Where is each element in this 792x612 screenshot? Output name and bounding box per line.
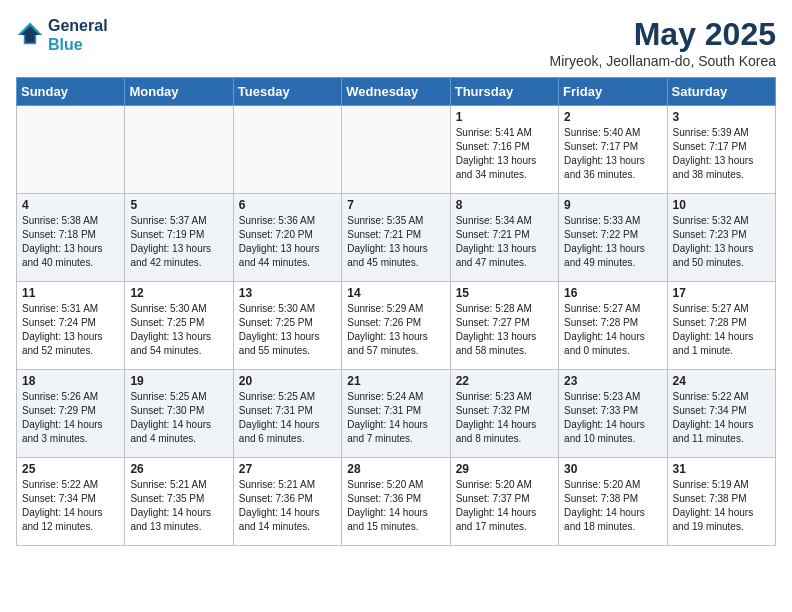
svg-marker-1 — [21, 26, 40, 43]
day-info: Sunrise: 5:32 AM Sunset: 7:23 PM Dayligh… — [673, 214, 770, 270]
header-saturday: Saturday — [667, 78, 775, 106]
day-number: 6 — [239, 198, 336, 212]
day-number: 31 — [673, 462, 770, 476]
day-info: Sunrise: 5:25 AM Sunset: 7:30 PM Dayligh… — [130, 390, 227, 446]
day-number: 9 — [564, 198, 661, 212]
day-number: 17 — [673, 286, 770, 300]
day-cell: 12Sunrise: 5:30 AM Sunset: 7:25 PM Dayli… — [125, 282, 233, 370]
day-number: 25 — [22, 462, 119, 476]
day-info: Sunrise: 5:20 AM Sunset: 7:37 PM Dayligh… — [456, 478, 553, 534]
header-friday: Friday — [559, 78, 667, 106]
day-number: 14 — [347, 286, 444, 300]
day-number: 7 — [347, 198, 444, 212]
day-info: Sunrise: 5:22 AM Sunset: 7:34 PM Dayligh… — [22, 478, 119, 534]
day-info: Sunrise: 5:33 AM Sunset: 7:22 PM Dayligh… — [564, 214, 661, 270]
day-cell: 8Sunrise: 5:34 AM Sunset: 7:21 PM Daylig… — [450, 194, 558, 282]
day-number: 13 — [239, 286, 336, 300]
day-number: 19 — [130, 374, 227, 388]
day-info: Sunrise: 5:35 AM Sunset: 7:21 PM Dayligh… — [347, 214, 444, 270]
day-number: 10 — [673, 198, 770, 212]
day-cell: 6Sunrise: 5:36 AM Sunset: 7:20 PM Daylig… — [233, 194, 341, 282]
day-cell: 25Sunrise: 5:22 AM Sunset: 7:34 PM Dayli… — [17, 458, 125, 546]
month-title: May 2025 — [550, 16, 776, 53]
day-info: Sunrise: 5:28 AM Sunset: 7:27 PM Dayligh… — [456, 302, 553, 358]
day-number: 20 — [239, 374, 336, 388]
day-info: Sunrise: 5:22 AM Sunset: 7:34 PM Dayligh… — [673, 390, 770, 446]
day-info: Sunrise: 5:21 AM Sunset: 7:36 PM Dayligh… — [239, 478, 336, 534]
day-number: 4 — [22, 198, 119, 212]
day-number: 30 — [564, 462, 661, 476]
header-wednesday: Wednesday — [342, 78, 450, 106]
day-cell — [125, 106, 233, 194]
day-cell: 15Sunrise: 5:28 AM Sunset: 7:27 PM Dayli… — [450, 282, 558, 370]
day-number: 26 — [130, 462, 227, 476]
week-row-4: 18Sunrise: 5:26 AM Sunset: 7:29 PM Dayli… — [17, 370, 776, 458]
day-cell: 11Sunrise: 5:31 AM Sunset: 7:24 PM Dayli… — [17, 282, 125, 370]
day-cell: 2Sunrise: 5:40 AM Sunset: 7:17 PM Daylig… — [559, 106, 667, 194]
title-block: May 2025 Miryeok, Jeollanam-do, South Ko… — [550, 16, 776, 69]
day-info: Sunrise: 5:27 AM Sunset: 7:28 PM Dayligh… — [673, 302, 770, 358]
header-row: SundayMondayTuesdayWednesdayThursdayFrid… — [17, 78, 776, 106]
day-cell: 28Sunrise: 5:20 AM Sunset: 7:36 PM Dayli… — [342, 458, 450, 546]
week-row-2: 4Sunrise: 5:38 AM Sunset: 7:18 PM Daylig… — [17, 194, 776, 282]
day-cell: 23Sunrise: 5:23 AM Sunset: 7:33 PM Dayli… — [559, 370, 667, 458]
day-number: 27 — [239, 462, 336, 476]
page-header: General Blue May 2025 Miryeok, Jeollanam… — [16, 16, 776, 69]
day-cell: 9Sunrise: 5:33 AM Sunset: 7:22 PM Daylig… — [559, 194, 667, 282]
location: Miryeok, Jeollanam-do, South Korea — [550, 53, 776, 69]
day-info: Sunrise: 5:40 AM Sunset: 7:17 PM Dayligh… — [564, 126, 661, 182]
day-cell: 17Sunrise: 5:27 AM Sunset: 7:28 PM Dayli… — [667, 282, 775, 370]
day-number: 11 — [22, 286, 119, 300]
day-cell — [342, 106, 450, 194]
day-info: Sunrise: 5:29 AM Sunset: 7:26 PM Dayligh… — [347, 302, 444, 358]
header-thursday: Thursday — [450, 78, 558, 106]
day-info: Sunrise: 5:41 AM Sunset: 7:16 PM Dayligh… — [456, 126, 553, 182]
day-info: Sunrise: 5:25 AM Sunset: 7:31 PM Dayligh… — [239, 390, 336, 446]
day-info: Sunrise: 5:19 AM Sunset: 7:38 PM Dayligh… — [673, 478, 770, 534]
day-cell: 21Sunrise: 5:24 AM Sunset: 7:31 PM Dayli… — [342, 370, 450, 458]
day-number: 24 — [673, 374, 770, 388]
logo: General Blue — [16, 16, 108, 54]
day-number: 15 — [456, 286, 553, 300]
day-cell: 29Sunrise: 5:20 AM Sunset: 7:37 PM Dayli… — [450, 458, 558, 546]
day-cell: 3Sunrise: 5:39 AM Sunset: 7:17 PM Daylig… — [667, 106, 775, 194]
day-number: 29 — [456, 462, 553, 476]
day-cell: 24Sunrise: 5:22 AM Sunset: 7:34 PM Dayli… — [667, 370, 775, 458]
day-cell: 30Sunrise: 5:20 AM Sunset: 7:38 PM Dayli… — [559, 458, 667, 546]
day-info: Sunrise: 5:27 AM Sunset: 7:28 PM Dayligh… — [564, 302, 661, 358]
day-cell: 26Sunrise: 5:21 AM Sunset: 7:35 PM Dayli… — [125, 458, 233, 546]
day-info: Sunrise: 5:34 AM Sunset: 7:21 PM Dayligh… — [456, 214, 553, 270]
day-cell: 7Sunrise: 5:35 AM Sunset: 7:21 PM Daylig… — [342, 194, 450, 282]
day-info: Sunrise: 5:20 AM Sunset: 7:36 PM Dayligh… — [347, 478, 444, 534]
calendar-table: SundayMondayTuesdayWednesdayThursdayFrid… — [16, 77, 776, 546]
day-number: 3 — [673, 110, 770, 124]
header-sunday: Sunday — [17, 78, 125, 106]
day-number: 21 — [347, 374, 444, 388]
day-cell: 4Sunrise: 5:38 AM Sunset: 7:18 PM Daylig… — [17, 194, 125, 282]
day-number: 2 — [564, 110, 661, 124]
day-number: 28 — [347, 462, 444, 476]
day-info: Sunrise: 5:37 AM Sunset: 7:19 PM Dayligh… — [130, 214, 227, 270]
day-info: Sunrise: 5:26 AM Sunset: 7:29 PM Dayligh… — [22, 390, 119, 446]
header-tuesday: Tuesday — [233, 78, 341, 106]
logo-line2: Blue — [48, 35, 108, 54]
day-cell: 19Sunrise: 5:25 AM Sunset: 7:30 PM Dayli… — [125, 370, 233, 458]
day-cell: 5Sunrise: 5:37 AM Sunset: 7:19 PM Daylig… — [125, 194, 233, 282]
day-cell: 1Sunrise: 5:41 AM Sunset: 7:16 PM Daylig… — [450, 106, 558, 194]
day-number: 8 — [456, 198, 553, 212]
day-cell — [233, 106, 341, 194]
day-cell: 18Sunrise: 5:26 AM Sunset: 7:29 PM Dayli… — [17, 370, 125, 458]
day-cell: 16Sunrise: 5:27 AM Sunset: 7:28 PM Dayli… — [559, 282, 667, 370]
week-row-3: 11Sunrise: 5:31 AM Sunset: 7:24 PM Dayli… — [17, 282, 776, 370]
day-cell: 20Sunrise: 5:25 AM Sunset: 7:31 PM Dayli… — [233, 370, 341, 458]
day-info: Sunrise: 5:21 AM Sunset: 7:35 PM Dayligh… — [130, 478, 227, 534]
day-info: Sunrise: 5:31 AM Sunset: 7:24 PM Dayligh… — [22, 302, 119, 358]
day-cell: 14Sunrise: 5:29 AM Sunset: 7:26 PM Dayli… — [342, 282, 450, 370]
day-cell: 10Sunrise: 5:32 AM Sunset: 7:23 PM Dayli… — [667, 194, 775, 282]
day-number: 16 — [564, 286, 661, 300]
logo-icon — [16, 21, 44, 49]
day-number: 23 — [564, 374, 661, 388]
day-info: Sunrise: 5:30 AM Sunset: 7:25 PM Dayligh… — [239, 302, 336, 358]
day-info: Sunrise: 5:23 AM Sunset: 7:33 PM Dayligh… — [564, 390, 661, 446]
day-number: 1 — [456, 110, 553, 124]
